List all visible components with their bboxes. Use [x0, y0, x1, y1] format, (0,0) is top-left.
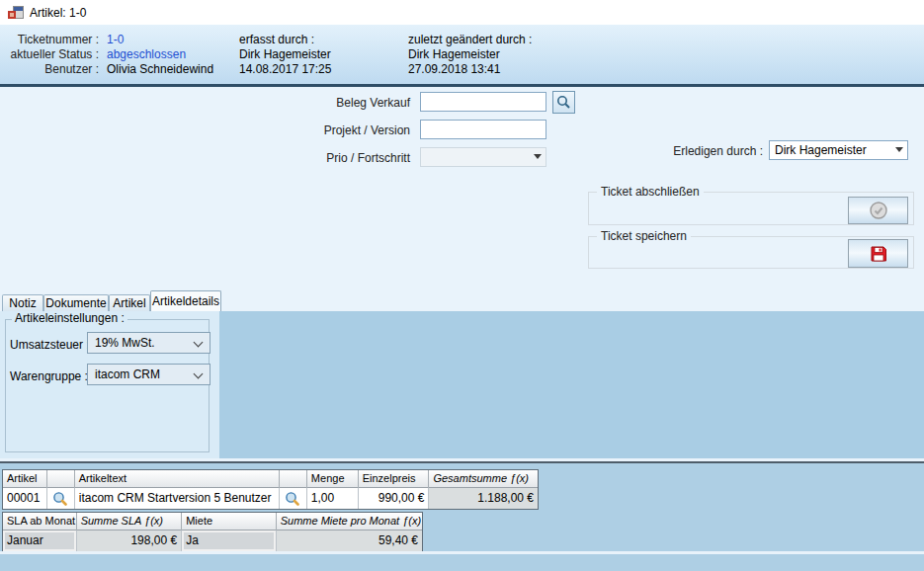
tab-dokumente[interactable]: Dokumente [43, 294, 109, 311]
umsatzsteuer-value: 19% MwSt. [95, 336, 155, 350]
benutzer-value: Olivia Schneidewind [107, 62, 213, 77]
col-summe-miete-header: Summe Miete pro Monat ƒ(x) [277, 513, 422, 530]
prio-fortschritt-dropdown[interactable] [420, 147, 546, 167]
chevron-down-icon [534, 154, 542, 159]
beleg-verkauf-search-button[interactable] [552, 91, 575, 114]
header-labels: Ticketnummer : aktueller Status : Benutz… [0, 33, 99, 77]
ticketnummer-label: Ticketnummer : [0, 33, 99, 47]
bottom-divider [0, 551, 924, 554]
erledigen-durch-label: Erledigen durch : [647, 144, 763, 158]
umsatzsteuer-dropdown[interactable]: 19% MwSt. [87, 332, 210, 354]
tab-artikel[interactable]: Artikel [109, 294, 150, 311]
title-bar: Artikel: 1-0 [0, 0, 924, 25]
warengruppe-value: itacom CRM [95, 367, 160, 381]
col-lookup1-header [47, 470, 75, 487]
cell-artikel[interactable]: 00001 [3, 487, 47, 509]
warengruppe-dropdown[interactable]: itacom CRM [87, 364, 210, 385]
col-einzelpreis-header: Einzelpreis [359, 470, 430, 487]
prio-fortschritt-label: Prio / Fortschritt [296, 151, 410, 165]
article-table: Artikel Artikeltext Menge Einzelpreis Ge… [2, 469, 539, 510]
geaendert-durch-label: zuletzt geändert durch : [408, 33, 532, 47]
col-summe-sla-header: Summe SLA ƒ(x) [77, 513, 183, 530]
magnifier-icon [556, 95, 571, 110]
cell-sla-ab-monat[interactable]: Januar [3, 530, 77, 551]
cell-summe-sla: 198,00 € [77, 530, 183, 551]
ticket-abschliessen-label: Ticket abschließen [597, 185, 704, 199]
cell-einzelpreis[interactable]: 990,00 € [359, 487, 430, 509]
magnifier-icon [285, 491, 300, 507]
article-table-header-row: Artikel Artikeltext Menge Einzelpreis Ge… [3, 470, 538, 487]
cell-gesamtsumme: 1.188,00 € [429, 487, 538, 509]
artikeltext-lookup-button[interactable] [280, 487, 307, 509]
status-label: aktueller Status : [0, 47, 99, 62]
benutzer-label: Benutzer : [0, 62, 99, 77]
sla-table: SLA ab Monat Summe SLA ƒ(x) Miete Summe … [2, 512, 423, 552]
artikeleinstellungen-label: Artikeleinstellungen : [12, 311, 127, 325]
col-gesamtsumme-header: Gesamtsumme ƒ(x) [429, 470, 538, 487]
window-form-icon [8, 5, 24, 21]
geaendert-durch-block: zuletzt geändert durch : Dirk Hagemeiste… [408, 33, 532, 77]
beleg-verkauf-input[interactable] [420, 92, 546, 112]
cell-summe-miete: 59,40 € [277, 530, 422, 551]
chevron-down-icon [194, 338, 204, 348]
magnifier-icon [52, 491, 68, 507]
erledigen-durch-value: Dirk Hagemeister [775, 143, 867, 157]
col-sla-ab-monat-header: SLA ab Monat [3, 513, 77, 530]
col-lookup2-header [280, 470, 307, 487]
geaendert-durch-datum: 27.09.2018 13:41 [408, 62, 532, 77]
ticket-header-panel: Ticketnummer : aktueller Status : Benutz… [0, 25, 924, 87]
erledigen-durch-dropdown[interactable]: Dirk Hagemeister [769, 140, 908, 160]
ticket-abschliessen-button[interactable] [848, 197, 908, 224]
beleg-verkauf-label: Beleg Verkauf [296, 96, 410, 110]
ticket-speichern-label: Ticket speichern [597, 229, 691, 243]
col-artikel-header: Artikel [3, 470, 47, 487]
ticket-speichern-button[interactable] [848, 239, 908, 268]
chevron-down-icon [895, 147, 903, 152]
save-floppy-icon [870, 245, 887, 263]
form-area: Beleg Verkauf Projekt / Version Prio / F… [0, 87, 924, 292]
cell-menge[interactable]: 1,00 [307, 487, 359, 509]
col-miete-header: Miete [182, 513, 277, 530]
window-title: Artikel: 1-0 [30, 6, 86, 20]
chevron-down-icon [194, 369, 204, 379]
ticketnummer-value: 1-0 [107, 33, 213, 47]
erfasst-durch-block: erfasst durch : Dirk Hagemeister 14.08.2… [239, 33, 331, 77]
projekt-version-label: Projekt / Version [296, 123, 410, 137]
warengruppe-label: Warengruppe : [10, 369, 88, 383]
erfasst-durch-name: Dirk Hagemeister [239, 47, 331, 62]
header-values: 1-0 abgeschlossen Olivia Schneidewind [107, 33, 213, 77]
artikeldetails-tabpage: Artikeleinstellungen : Umsatzsteuer : 19… [0, 311, 924, 458]
artikeleinstellungen-panel: Artikeleinstellungen : Umsatzsteuer : 19… [0, 311, 219, 458]
erfasst-durch-datum: 14.08.2017 17:25 [239, 62, 331, 77]
col-artikeltext-header: Artikeltext [75, 470, 280, 487]
tab-strip: Notiz Dokumente Artikel Artikeldetails [0, 292, 924, 311]
col-menge-header: Menge [307, 470, 359, 487]
article-grid-panel: Artikel Artikeltext Menge Einzelpreis Ge… [0, 461, 924, 571]
erfasst-durch-label: erfasst durch : [239, 33, 331, 47]
sla-table-row: Januar 198,00 € Ja 59,40 € [3, 530, 422, 551]
artikel-lookup-button[interactable] [47, 487, 75, 509]
tab-artikeldetails[interactable]: Artikeldetails [150, 290, 221, 311]
projekt-version-input[interactable] [420, 120, 546, 139]
cell-artikeltext[interactable]: itacom CRM Startversion 5 Benutzer [75, 487, 280, 509]
application-window: Artikel: 1-0 Ticketnummer : aktueller St… [0, 0, 924, 571]
geaendert-durch-name: Dirk Hagemeister [408, 47, 532, 62]
tab-notiz[interactable]: Notiz [2, 294, 43, 311]
article-table-row: 00001 itacom CRM Startversion 5 Benutzer… [3, 487, 538, 509]
umsatzsteuer-label: Umsatzsteuer : [10, 338, 90, 352]
sla-table-header-row: SLA ab Monat Summe SLA ƒ(x) Miete Summe … [3, 513, 422, 530]
check-circle-icon [869, 201, 888, 220]
cell-miete[interactable]: Ja [182, 530, 277, 551]
status-value: abgeschlossen [107, 47, 213, 62]
